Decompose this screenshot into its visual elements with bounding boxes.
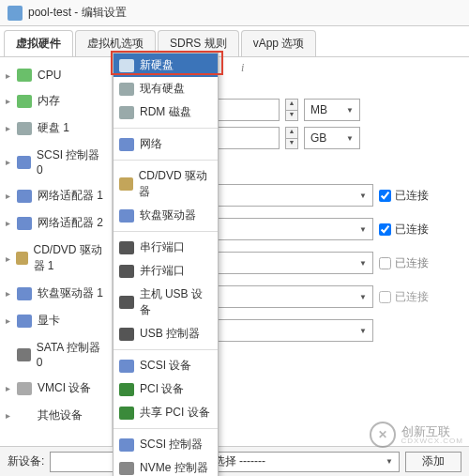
sidebar-item-cddvd1[interactable]: ▸CD/DVD 驱动器 1: [0, 237, 112, 280]
menuitem-label: SCSI 控制器: [140, 437, 203, 453]
sidebar-item-other[interactable]: ▸其他设备: [0, 402, 112, 429]
menuitem-label: NVMe 控制器: [140, 460, 208, 476]
checkbox-label: 已连接: [395, 222, 429, 238]
menu-floppy-drive[interactable]: 软盘驱动器: [113, 204, 218, 227]
menuitem-label: 主机 USB 设备: [140, 286, 212, 318]
sidebar-item-cpu[interactable]: ▸CPU: [0, 63, 112, 87]
menu-parallel-port[interactable]: 并行端口: [113, 259, 218, 283]
menu-separator: [113, 428, 218, 429]
nic-icon: [119, 138, 134, 151]
stepper[interactable]: ▲▼: [285, 99, 298, 121]
menu-cddvd-drive[interactable]: CD/DVD 驱动器: [113, 164, 218, 204]
pci-icon: [119, 383, 134, 396]
nic1-connected-checkbox[interactable]: 已连接: [379, 188, 429, 204]
add-device-menu[interactable]: 新硬盘 现有硬盘 RDM 磁盘 网络 CD/DVD 驱动器 软盘驱动器 串行端口…: [113, 53, 219, 476]
step-up-icon[interactable]: ▲: [286, 100, 297, 111]
menu-host-usb-device[interactable]: 主机 USB 设备: [113, 283, 218, 322]
info-icon[interactable]: i: [241, 61, 244, 75]
chevron-right-icon: ▸: [6, 191, 13, 201]
chevron-right-icon: ▸: [6, 315, 13, 326]
parallel-icon: [119, 265, 134, 278]
menu-existing-hard-disk[interactable]: 现有硬盘: [113, 77, 218, 100]
watermark-logo-icon: ✕: [370, 422, 396, 448]
chevron-down-icon: ▼: [359, 259, 367, 268]
nic2-connected-checkbox[interactable]: 已连接: [379, 222, 429, 238]
memory-icon: [17, 95, 32, 108]
menu-nvme-controller[interactable]: NVMe 控制器: [113, 456, 218, 476]
menu-scsi-device[interactable]: SCSI 设备: [113, 354, 218, 377]
chevron-down-icon: ▼: [346, 134, 354, 143]
sidebar-item-scsi0[interactable]: ▸SCSI 控制器 0: [0, 142, 112, 182]
menu-serial-port[interactable]: 串行端口: [113, 236, 218, 259]
sidebar-item-video[interactable]: ▸显卡: [0, 307, 112, 334]
stepper[interactable]: ▲▼: [285, 127, 298, 149]
nic1-network-select[interactable]: ▼: [214, 184, 373, 207]
floppy-select[interactable]: ▼: [214, 285, 373, 308]
menuitem-label: RDM 磁盘: [140, 104, 191, 120]
sidebar-item-floppy1[interactable]: ▸软盘驱动器 1: [0, 280, 112, 307]
floppy-icon: [17, 287, 32, 300]
sidebar-item-label: 软盘驱动器 1: [38, 285, 103, 301]
sidebar-item-memory[interactable]: ▸内存: [0, 87, 112, 115]
floppy-connected-checkbox[interactable]: 已连接: [379, 289, 429, 305]
step-down-icon[interactable]: ▼: [286, 111, 297, 121]
chevron-down-icon: ▼: [359, 192, 367, 200]
other-icon: [17, 409, 32, 422]
chevron-right-icon: ▸: [6, 218, 13, 228]
menu-pci-device[interactable]: PCI 设备: [113, 377, 218, 401]
new-device-select[interactable]: ------- 选择 ------- ▼: [50, 452, 400, 472]
nic2-network-select[interactable]: ▼: [214, 218, 373, 240]
menu-separator: [113, 349, 218, 350]
tab-virtual-hardware[interactable]: 虚拟硬件: [4, 30, 73, 56]
chevron-down-icon: ▼: [359, 225, 367, 234]
tab-bar: 虚拟硬件 虚拟机选项 SDRS 规则 vApp 选项: [0, 26, 469, 57]
checkbox-label: 已连接: [395, 188, 429, 204]
sidebar-item-disk1[interactable]: ▸硬盘 1: [0, 115, 112, 142]
nic-icon: [17, 217, 32, 230]
sidebar-item-label: CPU: [38, 69, 61, 82]
tab-vapp-options[interactable]: vApp 选项: [241, 30, 317, 56]
disk-size-field[interactable]: 2: [214, 127, 280, 149]
menuitem-label: PCI 设备: [140, 381, 184, 397]
checkbox-label: 已连接: [395, 255, 429, 271]
sidebar-item-sata0[interactable]: ▸SATA 控制器 0: [0, 334, 112, 375]
sidebar-item-label: 硬盘 1: [38, 120, 69, 136]
cddvd-select[interactable]: ▼: [214, 252, 373, 274]
disk-icon: [119, 83, 134, 96]
menuitem-label: CD/DVD 驱动器: [139, 168, 212, 200]
sidebar-item-label: 内存: [38, 93, 60, 109]
menuitem-label: 新硬盘: [140, 57, 174, 73]
menu-rdm-disk[interactable]: RDM 磁盘: [113, 100, 218, 124]
sidebar-item-label: SATA 控制器 0: [37, 340, 106, 369]
video-icon: [17, 315, 32, 328]
menu-network[interactable]: 网络: [113, 132, 218, 156]
menu-scsi-controller[interactable]: SCSI 控制器: [113, 433, 218, 456]
sidebar-item-vmci[interactable]: ▸VMCI 设备: [0, 375, 112, 402]
memory-size-field[interactable]: [214, 99, 280, 121]
cddvd-connected-checkbox[interactable]: 已连接: [379, 255, 429, 271]
new-device-label: 新设备:: [8, 453, 44, 469]
chevron-right-icon: ▸: [6, 253, 12, 264]
menu-new-hard-disk[interactable]: 新硬盘: [113, 54, 218, 77]
unit-select-mb[interactable]: MB▼: [304, 99, 360, 121]
menuitem-label: USB 控制器: [140, 326, 200, 342]
unit-label: MB: [310, 103, 327, 116]
menu-shared-pci-device[interactable]: 共享 PCI 设备: [113, 401, 218, 424]
chevron-down-icon: ▼: [359, 293, 367, 301]
sidebar-item-label: VMCI 设备: [38, 380, 91, 396]
menuitem-label: 软盘驱动器: [140, 207, 196, 223]
step-up-icon[interactable]: ▲: [286, 128, 297, 139]
video-select[interactable]: ▼: [214, 319, 373, 342]
sidebar-item-nic1[interactable]: ▸网络适配器 1: [0, 182, 112, 209]
chevron-right-icon: ▸: [6, 383, 13, 393]
chevron-right-icon: ▸: [6, 410, 13, 421]
menu-usb-controller[interactable]: USB 控制器: [113, 322, 218, 345]
step-down-icon[interactable]: ▼: [286, 139, 297, 149]
button-label: 添加: [422, 453, 445, 469]
unit-select-gb[interactable]: GB▼: [304, 127, 360, 149]
unit-label: GB: [310, 131, 326, 145]
add-button[interactable]: 添加: [405, 452, 461, 472]
sidebar-item-nic2[interactable]: ▸网络适配器 2: [0, 209, 112, 237]
sidebar-item-label: 其他设备: [38, 407, 83, 423]
cd-icon: [16, 252, 28, 265]
